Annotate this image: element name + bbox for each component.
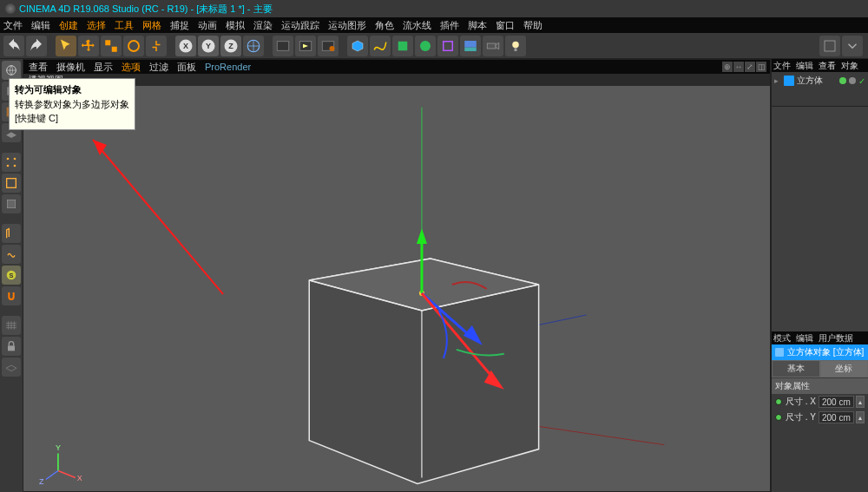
viewport-soft-button[interactable] <box>2 245 21 264</box>
move-tool-button[interactable] <box>78 36 99 56</box>
attr-tab-edit[interactable]: 编辑 <box>796 332 813 344</box>
attr-tabs[interactable]: 模式 编辑 用户数据 <box>772 331 868 344</box>
coord-system-button[interactable] <box>243 36 264 56</box>
menu-window[interactable]: 窗口 <box>496 19 515 32</box>
polygon-mode-button[interactable] <box>2 194 21 213</box>
menu-tools[interactable]: 工具 <box>115 19 134 32</box>
z-axis-button[interactable]: Z <box>220 36 241 56</box>
svg-rect-30 <box>7 200 15 207</box>
render-view-button[interactable] <box>273 36 293 56</box>
main-menu-bar[interactable]: 文件 编辑 创建 选择 工具 网格 捕捉 动画 模拟 渲染 运动跟踪 运动图形 … <box>0 17 868 33</box>
workplane3-button[interactable] <box>2 358 21 377</box>
menu-create[interactable]: 创建 <box>59 19 78 32</box>
svg-text:Z: Z <box>39 477 44 486</box>
snap-button[interactable]: S <box>2 266 21 285</box>
menu-script[interactable]: 脚本 <box>468 19 487 32</box>
render-settings-button[interactable] <box>318 36 339 56</box>
anim-dot-icon[interactable] <box>775 414 782 421</box>
vp-nav-3-icon[interactable]: ⤢ <box>745 62 755 72</box>
menu-edit[interactable]: 编辑 <box>31 19 50 32</box>
snap-settings-button[interactable] <box>2 286 21 305</box>
stepper-up-icon[interactable]: ▲ <box>856 396 865 408</box>
object-manager-tabs[interactable]: 文件 编辑 查看 对象 <box>772 59 868 72</box>
obj-tab-file[interactable]: 文件 <box>773 60 791 72</box>
obj-tab-obj[interactable]: 对象 <box>841 60 858 72</box>
menu-simulate[interactable]: 模拟 <box>226 19 245 32</box>
vp-menu-display[interactable]: 显示 <box>94 61 113 74</box>
spline-button[interactable] <box>370 36 391 56</box>
render-dot-icon[interactable] <box>849 77 856 84</box>
make-editable-button[interactable] <box>2 61 21 80</box>
vp-menu-panel[interactable]: 面板 <box>177 61 196 74</box>
rotate-tool-button[interactable] <box>123 36 144 56</box>
lock-button[interactable] <box>2 337 21 356</box>
last-tool-button[interactable] <box>146 36 167 56</box>
attr-tab-user[interactable]: 用户数据 <box>819 332 853 344</box>
point-mode-button[interactable] <box>2 153 21 172</box>
vp-menu-filter[interactable]: 过滤 <box>149 61 168 74</box>
menu-file[interactable]: 文件 <box>3 19 23 32</box>
scale-tool-button[interactable] <box>101 36 122 56</box>
layout-menu-button[interactable] <box>842 36 863 56</box>
viewport-3d[interactable]: X Y Z <box>23 86 770 491</box>
light-button[interactable] <box>505 36 526 56</box>
svg-rect-20 <box>515 48 517 51</box>
vp-menu-options[interactable]: 选项 <box>122 61 141 74</box>
menu-animate[interactable]: 动画 <box>198 19 217 32</box>
deformer-button[interactable] <box>437 36 458 56</box>
vp-nav-1-icon[interactable]: ⊕ <box>722 62 733 72</box>
menu-mograph[interactable]: 运动图形 <box>328 19 366 32</box>
size-y-input[interactable]: 200 cm <box>819 411 854 423</box>
menu-mesh[interactable]: 网格 <box>142 19 161 32</box>
menu-help[interactable]: 帮助 <box>523 19 542 32</box>
y-axis-button[interactable]: Y <box>198 36 219 56</box>
menu-pipeline[interactable]: 流水线 <box>403 19 431 32</box>
menu-tracker[interactable]: 运动跟踪 <box>281 19 319 32</box>
menu-character[interactable]: 角色 <box>375 19 394 32</box>
redo-button[interactable] <box>26 36 47 56</box>
obj-tab-edit[interactable]: 编辑 <box>796 60 813 72</box>
vp-menu-prorender[interactable]: ProRender <box>205 62 251 72</box>
layout-button[interactable] <box>819 36 840 56</box>
object-manager[interactable]: ▸ 立方体 ✓ <box>772 72 868 107</box>
axis-toggle-button[interactable] <box>2 224 21 243</box>
x-axis-button[interactable]: X <box>175 36 196 56</box>
top-toolbar: X Y Z <box>0 33 868 59</box>
vp-nav-4-icon[interactable]: ◫ <box>756 62 766 72</box>
viewport-scene: X Y Z <box>23 86 770 491</box>
cube-primitive-button[interactable] <box>347 36 368 56</box>
generator2-button[interactable] <box>415 36 436 56</box>
svg-point-13 <box>330 46 335 51</box>
vp-menu-cameras[interactable]: 摄像机 <box>56 61 85 74</box>
viewport-menu-bar[interactable]: 查看 摄像机 显示 选项 过滤 面板 ProRender ⊕ ↔ ⤢ ◫ <box>23 60 770 74</box>
attr-subtab-coord[interactable]: 坐标 <box>820 360 869 377</box>
obj-tab-view[interactable]: 查看 <box>819 60 836 72</box>
attr-subtabs[interactable]: 基本 坐标 <box>772 360 868 377</box>
menu-render[interactable]: 渲染 <box>253 19 273 32</box>
anim-dot-icon[interactable] <box>775 398 782 405</box>
menu-plugins[interactable]: 插件 <box>440 19 459 32</box>
svg-rect-33 <box>8 345 15 351</box>
visibility-dot-icon[interactable] <box>839 77 846 84</box>
environment-button[interactable] <box>460 36 481 56</box>
attr-subtab-basic[interactable]: 基本 <box>772 360 820 377</box>
vp-nav-2-icon[interactable]: ↔ <box>733 62 744 72</box>
menu-snap[interactable]: 捕捉 <box>170 19 189 32</box>
vp-menu-view[interactable]: 查看 <box>29 61 48 74</box>
object-item-cube[interactable]: ▸ 立方体 ✓ <box>774 75 865 87</box>
stepper-up-icon[interactable]: ▲ <box>856 411 865 423</box>
check-icon[interactable]: ✓ <box>858 76 865 86</box>
menu-select[interactable]: 选择 <box>87 19 106 32</box>
render-pv-button[interactable] <box>295 36 316 56</box>
select-tool-button[interactable] <box>56 36 76 56</box>
object-label[interactable]: 立方体 <box>797 75 823 87</box>
undo-button[interactable] <box>3 36 24 56</box>
svg-text:Y: Y <box>56 443 61 452</box>
expand-icon[interactable]: ▸ <box>774 76 781 85</box>
attr-tab-mode[interactable]: 模式 <box>773 332 791 344</box>
workplane2-button[interactable] <box>2 316 21 335</box>
size-x-input[interactable]: 200 cm <box>819 396 854 408</box>
edge-mode-button[interactable] <box>2 174 21 193</box>
camera-button[interactable] <box>483 36 503 56</box>
generator-button[interactable] <box>392 36 413 56</box>
